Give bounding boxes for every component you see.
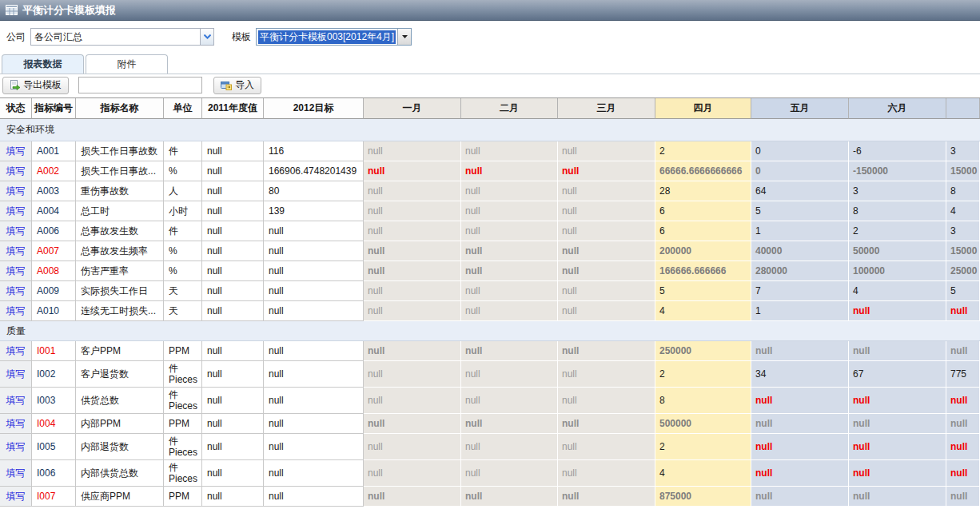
month-cell: null [461, 434, 558, 460]
indicator-code: I005 [32, 434, 76, 460]
month-cell: 6 [655, 201, 751, 221]
status-cell: 填写 [0, 460, 32, 487]
month-cell: 2 [655, 434, 751, 460]
company-combo[interactable] [30, 28, 214, 46]
month-cell: 6 [655, 221, 751, 241]
month-cell: 8 [849, 201, 946, 221]
triangle-down-icon [402, 35, 408, 38]
month-cell: null [461, 141, 558, 161]
fill-link[interactable]: 填写 [6, 395, 26, 406]
fill-link[interactable]: 填写 [6, 345, 26, 356]
month-cell: 15000 [946, 241, 980, 261]
column-header: 指标编号 [32, 98, 76, 119]
fill-link[interactable]: 填写 [6, 145, 26, 157]
company-input[interactable] [30, 28, 200, 46]
window-titlebar: 平衡计分卡模板填报 [0, 0, 980, 21]
month-cell: null [558, 241, 655, 261]
fill-link[interactable]: 填写 [6, 285, 26, 296]
fill-link[interactable]: 填写 [6, 467, 26, 479]
fill-link[interactable]: 填写 [6, 305, 26, 316]
indicator-code: I006 [32, 460, 76, 487]
scorecard-table: 状态指标编号指标名称单位2011年度值2012目标一月二月三月四月五月六月 安全… [0, 97, 980, 507]
month-cell: 775 [946, 361, 980, 388]
column-header: 2012目标 [264, 98, 364, 119]
month-cell: 1 [751, 221, 849, 241]
status-cell: 填写 [0, 341, 32, 361]
indicator-code: A009 [32, 281, 76, 301]
column-header: 指标名称 [76, 98, 164, 119]
month-cell: null [364, 241, 461, 261]
fill-link[interactable]: 填写 [6, 165, 26, 177]
month-cell: 875000 [655, 487, 751, 507]
month-cell: null [461, 221, 558, 241]
fill-link[interactable]: 填写 [6, 205, 26, 217]
month-cell: null [364, 434, 461, 460]
value-2011: null [202, 141, 264, 161]
indicator-code: A002 [32, 161, 76, 181]
unit-cell: 小时 [164, 201, 202, 221]
fill-link[interactable]: 填写 [6, 265, 26, 276]
table-row: 填写A006总事故发生数件nullnullnullnullnull6123 [0, 221, 980, 241]
month-cell: null [461, 361, 558, 388]
status-cell: 填写 [0, 141, 32, 161]
month-cell: 2 [849, 221, 946, 241]
month-cell: null [558, 221, 655, 241]
indicator-code: A001 [32, 141, 76, 161]
fill-link[interactable]: 填写 [6, 245, 26, 257]
month-cell: null [461, 341, 558, 361]
target-2012: 139 [264, 201, 364, 221]
fill-link[interactable]: 填写 [6, 368, 26, 380]
tab-strip: 报表数据 附件 [0, 54, 980, 74]
status-cell: 填写 [0, 201, 32, 221]
company-dropdown-trigger[interactable] [200, 28, 214, 46]
fill-link[interactable]: 填写 [6, 491, 26, 502]
unit-cell: 件 [164, 221, 202, 241]
value-2011: null [202, 341, 264, 361]
month-cell: null [849, 414, 946, 434]
month-cell: null [461, 181, 558, 201]
month-cell: null [558, 388, 655, 414]
value-2011: null [202, 414, 264, 434]
month-cell: 3 [946, 141, 980, 161]
month-cell: null [751, 487, 849, 507]
fill-link[interactable]: 填写 [6, 418, 26, 429]
month-cell: null [558, 281, 655, 301]
month-cell: null [558, 414, 655, 434]
status-cell: 填写 [0, 434, 32, 460]
filter-row: 公司 模板 平衡计分卡模板003[2012年4月] [6, 28, 980, 46]
month-cell: null [461, 487, 558, 507]
target-2012: 116 [264, 141, 364, 161]
month-cell: null [364, 361, 461, 388]
tab-report-data[interactable]: 报表数据 [2, 54, 84, 74]
month-cell: null [558, 161, 655, 181]
indicator-name: 客户PPM [76, 341, 164, 361]
fill-link[interactable]: 填写 [6, 185, 26, 197]
target-2012: null [264, 361, 364, 388]
indicator-name: 内部退货数 [76, 434, 164, 460]
month-cell: 166666.666666 [655, 261, 751, 281]
status-cell: 填写 [0, 301, 32, 321]
unit-cell: PPM [164, 414, 202, 434]
month-cell: null [946, 487, 980, 507]
fill-link[interactable]: 填写 [6, 441, 26, 452]
group-name: 安全和环境 [0, 119, 980, 141]
month-cell: 3 [849, 181, 946, 201]
month-cell: 4 [849, 281, 946, 301]
month-cell: 28 [655, 181, 751, 201]
month-cell: null [849, 460, 946, 487]
template-dropdown-trigger[interactable] [397, 29, 411, 45]
status-cell: 填写 [0, 414, 32, 434]
month-cell: null [558, 434, 655, 460]
fill-link[interactable]: 填写 [6, 225, 26, 237]
month-cell: null [461, 201, 558, 221]
export-template-button[interactable]: 导出模板 [2, 77, 69, 94]
template-select[interactable]: 平衡计分卡模板003[2012年4月] [256, 28, 412, 46]
import-button[interactable]: 导入 [213, 77, 261, 94]
column-header: 四月 [655, 98, 751, 119]
target-2012: null [264, 460, 364, 487]
indicator-name: 客户退货数 [76, 361, 164, 388]
month-cell: null [461, 261, 558, 281]
tab-attachments[interactable]: 附件 [86, 54, 168, 74]
import-file-input[interactable] [78, 77, 202, 93]
value-2011: null [202, 241, 264, 261]
